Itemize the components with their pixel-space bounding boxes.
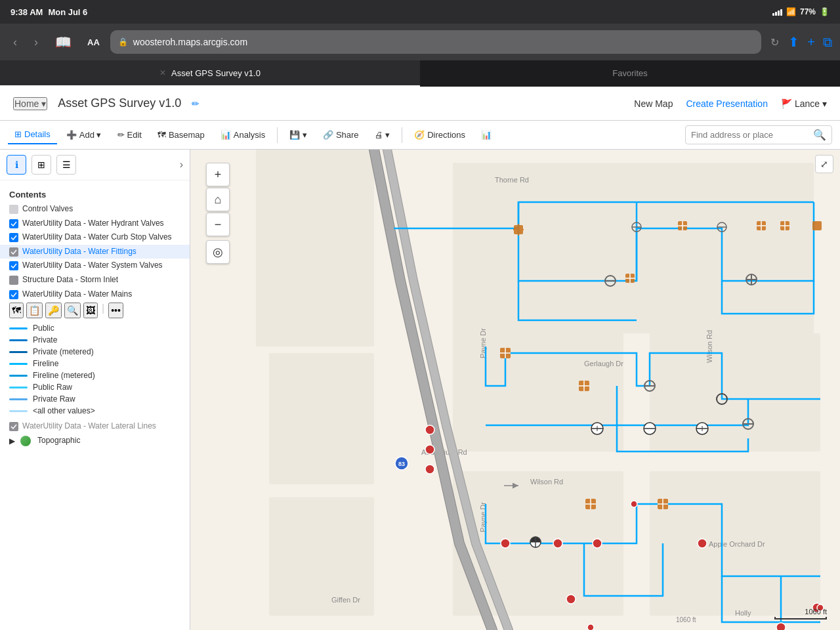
- sidebar-collapse-button[interactable]: ›: [180, 159, 183, 171]
- analysis-button[interactable]: 📊 Analysis: [214, 126, 272, 144]
- analysis-label: Analysis: [234, 130, 265, 140]
- legend-label-private: Private: [33, 335, 57, 345]
- legend-label-private-raw: Private Raw: [33, 394, 75, 404]
- zoom-in-button[interactable]: +: [206, 163, 230, 186]
- layer-water-hydrant[interactable]: WaterUtility Data - Water Hydrant Valves: [0, 217, 190, 231]
- layer-water-mains[interactable]: WaterUtility Data - Water Mains: [0, 287, 190, 302]
- new-tab-button[interactable]: +: [807, 35, 815, 50]
- layer-water-lateral[interactable]: WaterUtility Data - Water Lateral Lines: [0, 419, 190, 434]
- expand-topographic-icon[interactable]: ▶: [9, 436, 15, 446]
- label-water-mains: WaterUtility Data - Water Mains: [22, 289, 132, 300]
- separator-1: [277, 127, 278, 143]
- status-bar: 9:38 AM Mon Jul 6 📶 77% 🔋: [0, 0, 840, 24]
- svg-text:83: 83: [398, 461, 405, 467]
- svg-rect-70: [812, 221, 822, 230]
- close-tab-icon[interactable]: ✕: [159, 68, 166, 77]
- tabs-button[interactable]: ⧉: [823, 35, 832, 50]
- share-toolbar-button[interactable]: 🔗 Share: [316, 126, 366, 144]
- add-button[interactable]: ➕ Add ▾: [60, 126, 108, 144]
- user-label: Lance ▾: [795, 98, 827, 109]
- url-bar[interactable]: 🔒 woosteroh.maps.arcgis.com: [110, 30, 762, 54]
- print-button[interactable]: 🖨 ▾: [368, 126, 397, 144]
- expand-map-button[interactable]: ⤢: [815, 155, 833, 173]
- save-button[interactable]: 💾 ▾: [283, 126, 314, 144]
- layer-topographic[interactable]: ▶ Topographic: [0, 434, 190, 448]
- legend-icon-more[interactable]: •••: [108, 303, 123, 318]
- map-area[interactable]: Thorne Rd Payne Dr Payne Dr Wilson Rd Ge…: [190, 150, 840, 630]
- layer-control-valves[interactable]: Control Valves: [0, 202, 190, 217]
- info-panel-button[interactable]: ℹ: [7, 155, 26, 175]
- svg-text:Holly: Holly: [735, 609, 751, 617]
- legend-icon-search[interactable]: 🔍: [64, 303, 81, 318]
- legend-private-raw: Private Raw: [9, 393, 180, 405]
- sidebar-top: ℹ ⊞ ☰ ›: [0, 150, 190, 180]
- legend-line-public-raw: [9, 387, 28, 388]
- label-water-lateral: WaterUtility Data - Water Lateral Lines: [22, 421, 156, 432]
- tab-asset-gps[interactable]: ✕ Asset GPS Survey v1.0: [0, 60, 420, 87]
- svg-point-47: [425, 425, 434, 434]
- topographic-layer-icon: [20, 436, 31, 446]
- home-extent-button[interactable]: ⌂: [206, 188, 230, 211]
- share-button[interactable]: ⬆: [788, 34, 799, 50]
- checkbox-control-valves[interactable]: [9, 205, 18, 214]
- layer-storm-inlet[interactable]: Structure Data - Storm Inlet: [0, 273, 190, 287]
- legend-icon-filter[interactable]: 🔑: [45, 303, 62, 318]
- legend-line-private-metered: [9, 351, 28, 353]
- reader-mode-button[interactable]: AA: [83, 35, 104, 50]
- legend-label-other-values: <all other values>: [33, 406, 95, 415]
- svg-text:Gerlaugh Dr: Gerlaugh Dr: [584, 360, 623, 368]
- home-button[interactable]: Home ▾: [13, 97, 47, 110]
- legend-fireline-metered: Fireline (metered): [9, 369, 180, 381]
- svg-point-48: [425, 445, 434, 454]
- create-presentation-button[interactable]: Create Presentation: [686, 98, 768, 109]
- svg-point-50: [501, 539, 510, 548]
- chart-button[interactable]: 📊: [474, 126, 498, 144]
- search-input[interactable]: [691, 130, 809, 140]
- checkbox-water-mains[interactable]: [9, 290, 18, 299]
- legend-icon-map[interactable]: 🗺: [9, 303, 24, 318]
- legend-icon-table[interactable]: 📋: [26, 303, 43, 318]
- search-box[interactable]: 🔍: [685, 125, 832, 144]
- forward-button[interactable]: ›: [29, 33, 43, 52]
- bookmarks-button[interactable]: 📖: [50, 32, 77, 52]
- analysis-icon: 📊: [220, 130, 231, 140]
- checkbox-storm-inlet[interactable]: [9, 276, 18, 285]
- browser-chrome: ‹ › 📖 AA 🔒 woosteroh.maps.arcgis.com ↻ ⬆…: [0, 24, 840, 60]
- save-label: 💾 ▾: [289, 130, 307, 140]
- edit-title-icon[interactable]: ✏: [192, 98, 200, 109]
- checkbox-water-system-valves[interactable]: [9, 261, 18, 270]
- app-header: Home ▾ Asset GPS Survey v1.0 ✏ New Map C…: [0, 87, 840, 121]
- scale-bar: 1060 ft: [774, 608, 827, 620]
- chart-icon: 📊: [481, 130, 492, 140]
- layer-water-curb[interactable]: WaterUtility Data - Water Curb Stop Valv…: [0, 230, 190, 245]
- tab-label-favorites: Favorites: [612, 68, 647, 78]
- checkbox-water-fittings[interactable]: [9, 247, 18, 257]
- legend-line-public: [9, 327, 28, 329]
- zoom-out-button[interactable]: −: [206, 213, 230, 236]
- reload-button[interactable]: ↻: [768, 33, 782, 51]
- legend-label-fireline: Fireline: [33, 359, 58, 368]
- user-menu-button[interactable]: 🚩 Lance ▾: [781, 98, 827, 109]
- list-icon: ☰: [62, 159, 71, 170]
- checkbox-water-hydrant[interactable]: [9, 219, 18, 228]
- grid-panel-button[interactable]: ⊞: [32, 155, 51, 175]
- locate-button[interactable]: ◎: [206, 240, 230, 264]
- edit-button[interactable]: ✏ Edit: [111, 126, 148, 144]
- layer-water-fittings[interactable]: WaterUtility Data - Water Fittings: [0, 245, 190, 259]
- details-button[interactable]: ⊞ Details: [8, 125, 57, 144]
- checkbox-water-lateral[interactable]: [9, 422, 18, 431]
- list-panel-button[interactable]: ☰: [56, 155, 76, 175]
- user-icon: 🚩: [781, 98, 792, 109]
- svg-point-49: [425, 465, 434, 474]
- basemap-button[interactable]: 🗺 Basemap: [151, 126, 211, 144]
- directions-button[interactable]: 🧭 Directions: [408, 126, 472, 144]
- legend-line-fireline-metered: [9, 375, 28, 377]
- back-button[interactable]: ‹: [8, 33, 22, 52]
- new-map-button[interactable]: New Map: [634, 98, 673, 109]
- layer-water-system-valves[interactable]: WaterUtility Data - Water System Valves: [0, 259, 190, 273]
- legend-icon-image[interactable]: 🖼: [83, 303, 98, 318]
- checkbox-water-curb[interactable]: [9, 233, 18, 242]
- tab-favorites[interactable]: Favorites: [420, 60, 840, 87]
- legend-line-other-values: [9, 410, 28, 412]
- separator-2: [402, 127, 402, 143]
